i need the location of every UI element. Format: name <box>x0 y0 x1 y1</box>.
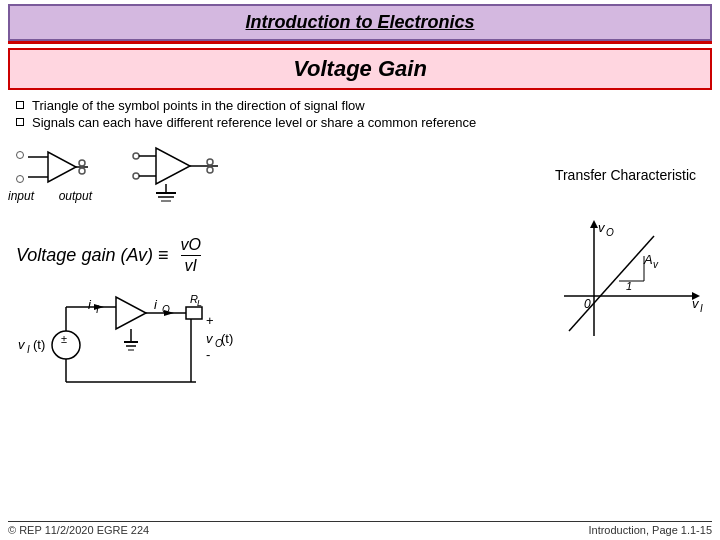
transfer-characteristic-label: Transfer Characteristic <box>555 166 696 184</box>
voltage-gain-title: Voltage Gain <box>293 56 427 81</box>
amp-diagram-grounded <box>128 138 248 212</box>
svg-point-13 <box>207 167 213 173</box>
svg-text:i: i <box>88 297 92 312</box>
svg-text:v: v <box>206 331 214 346</box>
bullet-item-2: Signals can each have different referenc… <box>16 115 704 130</box>
voltage-gain-section: Voltage Gain <box>8 48 712 90</box>
bullet-item-1: Triangle of the symbol points in the dir… <box>16 98 704 113</box>
footer: © REP 11/2/2020 EGRE 224 Introduction, P… <box>8 521 712 536</box>
voltage-gain-formula-area: Voltage gain (Av) ≡ vO vI v I (t) ± i I <box>16 232 296 401</box>
fraction-numerator: vO <box>181 236 201 256</box>
amp-diagram-simple: input output <box>16 147 88 203</box>
svg-marker-27 <box>94 304 104 310</box>
svg-text:O: O <box>606 227 614 238</box>
svg-point-7 <box>133 173 139 179</box>
svg-text:±: ± <box>61 333 67 345</box>
fraction-denominator: vI <box>185 256 197 275</box>
svg-text:I: I <box>27 344 30 355</box>
svg-text:v: v <box>598 220 606 235</box>
red-separator <box>8 41 712 44</box>
svg-text:(t): (t) <box>221 331 233 346</box>
svg-text:+: + <box>206 313 214 328</box>
circuit-diagram: v I (t) ± i I <box>16 287 296 401</box>
output-label: output <box>59 189 92 203</box>
svg-point-5 <box>79 168 85 174</box>
svg-text:v: v <box>18 337 26 352</box>
footer-right: Introduction, Page 1.1-15 <box>588 524 712 536</box>
svg-text:1: 1 <box>626 280 632 292</box>
bullet-text-1: Triangle of the symbol points in the dir… <box>32 98 365 113</box>
bullet-text-2: Signals can each have different referenc… <box>32 115 476 130</box>
svg-text:v: v <box>653 259 659 270</box>
svg-text:L: L <box>197 298 202 308</box>
voltage-gain-label: Voltage gain (Av) ≡ <box>16 245 169 266</box>
svg-line-52 <box>569 236 654 331</box>
input-label: input <box>8 189 34 203</box>
svg-text:0: 0 <box>584 297 591 311</box>
bullet-square-1 <box>16 101 24 109</box>
svg-marker-49 <box>590 220 598 228</box>
svg-text:I: I <box>700 303 703 314</box>
header-bar: Introduction to Electronics <box>8 4 712 41</box>
svg-point-4 <box>79 160 85 166</box>
svg-point-12 <box>207 159 213 165</box>
svg-marker-30 <box>116 297 146 329</box>
svg-text:v: v <box>692 296 700 311</box>
footer-left: © REP 11/2/2020 EGRE 224 <box>8 524 149 536</box>
svg-marker-10 <box>156 148 190 184</box>
svg-marker-2 <box>48 152 76 182</box>
svg-text:(t): (t) <box>33 337 45 352</box>
svg-text:i: i <box>154 297 158 312</box>
header-title: Introduction to Electronics <box>245 12 474 32</box>
svg-rect-39 <box>186 307 202 319</box>
bullet-list: Triangle of the symbol points in the dir… <box>16 98 704 130</box>
bullet-square-2 <box>16 118 24 126</box>
svg-text:-: - <box>206 347 210 362</box>
transfer-char-graph: v O v I 0 A v 1 <box>544 216 704 360</box>
svg-point-6 <box>133 153 139 159</box>
